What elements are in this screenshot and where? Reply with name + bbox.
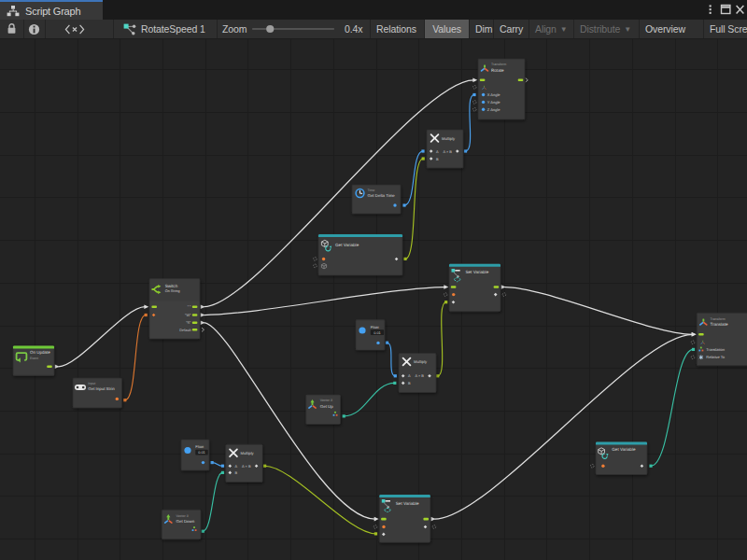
svg-text:Multiply: Multiply xyxy=(442,136,456,141)
svg-text:Multiply: Multiply xyxy=(414,359,428,364)
svg-text:0.01: 0.01 xyxy=(374,330,381,335)
svg-text:"W": "W" xyxy=(185,313,191,317)
svg-text:Translate: Translate xyxy=(711,322,728,327)
svg-text:Set Variable: Set Variable xyxy=(466,270,489,274)
svg-text:Rotate: Rotate xyxy=(491,68,504,73)
svg-text:Switch: Switch xyxy=(165,284,178,288)
svg-text:Set Variable: Set Variable xyxy=(396,501,419,506)
svg-text:Multiply: Multiply xyxy=(241,451,255,455)
svg-text:Relative To: Relative To xyxy=(706,355,725,359)
svg-text:A × B: A × B xyxy=(444,149,453,154)
svg-text:Vector 3: Vector 3 xyxy=(320,399,332,402)
svg-text:Float: Float xyxy=(195,444,204,449)
svg-text:"S": "S" xyxy=(186,320,191,325)
svg-text:Default: Default xyxy=(179,328,191,332)
svg-text:Event: Event xyxy=(30,357,38,360)
svg-text:On Update: On Update xyxy=(30,350,50,355)
svg-text:On String: On String xyxy=(165,289,180,293)
svg-text:" ": " " xyxy=(188,304,191,309)
svg-text:A: A xyxy=(436,149,439,154)
svg-text:A × B: A × B xyxy=(416,373,425,378)
svg-text:Get Variable: Get Variable xyxy=(335,243,359,247)
svg-text:A: A xyxy=(235,464,238,469)
svg-text:B: B xyxy=(436,157,439,161)
svg-text:Vector 3: Vector 3 xyxy=(176,514,189,518)
svg-text:X Angle: X Angle xyxy=(487,92,501,97)
svg-text:A × B: A × B xyxy=(242,464,251,469)
svg-text:Input: Input xyxy=(88,382,95,385)
svg-text:Get Delta Time: Get Delta Time xyxy=(368,193,396,198)
svg-text:Z Angle: Z Angle xyxy=(487,107,500,112)
svg-text:Y Angle: Y Angle xyxy=(487,100,500,105)
svg-text:Transform: Transform xyxy=(491,63,506,66)
svg-text:Float: Float xyxy=(371,325,380,329)
svg-text:0.01: 0.01 xyxy=(198,450,205,455)
svg-text:Get Up: Get Up xyxy=(320,404,333,409)
svg-text:Translation: Translation xyxy=(706,347,725,352)
svg-text:Get Down: Get Down xyxy=(176,519,195,524)
svg-text:Get Variable: Get Variable xyxy=(612,447,636,452)
svg-text:A: A xyxy=(408,373,411,378)
svg-text:B: B xyxy=(235,470,238,475)
svg-text:Get Input Strin: Get Input Strin xyxy=(88,386,115,391)
svg-text:B: B xyxy=(408,381,411,385)
svg-text:Transform: Transform xyxy=(711,317,726,321)
svg-text:Time: Time xyxy=(368,189,375,192)
